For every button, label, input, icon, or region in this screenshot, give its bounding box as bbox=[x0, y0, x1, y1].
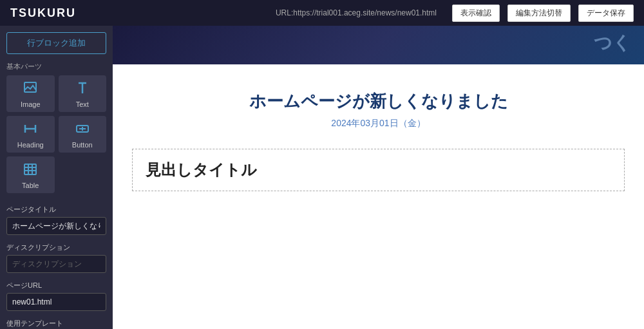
heading-label: Heading bbox=[17, 141, 44, 149]
page-title-section: ホームページが新しくなりました 2024年03月01日（金） bbox=[126, 77, 631, 149]
edit-mode-button[interactable]: 編集方法切替 bbox=[507, 5, 571, 22]
app-logo: TSUKURU bbox=[10, 6, 76, 20]
heading-block[interactable]: 見出しタイトル bbox=[132, 149, 625, 191]
heading-block-text: 見出しタイトル bbox=[146, 161, 257, 178]
page-date: 2024年03月01日（金） bbox=[126, 118, 631, 129]
table-icon bbox=[23, 162, 38, 179]
table-label: Table bbox=[22, 182, 39, 189]
page-content: ホームページが新しくなりました 2024年03月01日（金） 見出しタイトル bbox=[113, 64, 644, 329]
sidebar: 行ブロック追加 基本パーツ Image bbox=[0, 26, 113, 329]
part-text[interactable]: Text bbox=[59, 75, 107, 112]
text-label: Text bbox=[76, 100, 89, 108]
svg-rect-9 bbox=[24, 164, 36, 174]
app-header: TSUKURU URL:https://trial001.aceg.site/n… bbox=[0, 0, 644, 26]
page-url-input[interactable] bbox=[6, 293, 106, 311]
banner-overlay-text: つく bbox=[594, 31, 631, 55]
part-image[interactable]: Image bbox=[6, 75, 55, 112]
text-icon bbox=[75, 80, 90, 98]
heading-icon bbox=[23, 121, 38, 138]
save-button[interactable]: データ保存 bbox=[578, 5, 634, 22]
page-url-group: ページURL bbox=[0, 276, 113, 314]
part-button[interactable]: Button bbox=[59, 116, 107, 153]
template-group: 使用テンプレート bbox=[0, 314, 113, 329]
page-title-input[interactable] bbox=[6, 217, 106, 235]
description-field-label: ディスクリプション bbox=[6, 243, 106, 252]
preview-button[interactable]: 表示確認 bbox=[452, 5, 500, 22]
image-label: Image bbox=[21, 100, 41, 108]
page-title-field-label: ページタイトル bbox=[6, 205, 106, 214]
content-area: つく ホームページが新しくなりました 2024年03月01日（金） 見出しタイト… bbox=[113, 26, 644, 329]
button-icon bbox=[75, 121, 90, 138]
page-main-title: ホームページが新しくなりました bbox=[126, 90, 631, 113]
description-input[interactable] bbox=[6, 255, 106, 273]
page-url-field-label: ページURL bbox=[6, 281, 106, 290]
template-field-label: 使用テンプレート bbox=[6, 319, 106, 328]
add-row-button[interactable]: 行ブロック追加 bbox=[6, 32, 106, 54]
part-heading[interactable]: Heading bbox=[6, 116, 55, 153]
part-table[interactable]: Table bbox=[6, 156, 55, 193]
parts-grid: Image Text bbox=[0, 75, 113, 200]
basic-parts-label: 基本パーツ bbox=[0, 59, 113, 75]
page-title-group: ページタイトル bbox=[0, 200, 113, 238]
main-layout: 行ブロック追加 基本パーツ Image bbox=[0, 26, 644, 329]
preview-banner: つく bbox=[113, 26, 644, 64]
image-icon bbox=[23, 80, 38, 98]
description-group: ディスクリプション bbox=[0, 238, 113, 276]
current-url: URL:https://trial001.aceg.site/news/new0… bbox=[84, 8, 444, 17]
button-label: Button bbox=[72, 141, 93, 149]
